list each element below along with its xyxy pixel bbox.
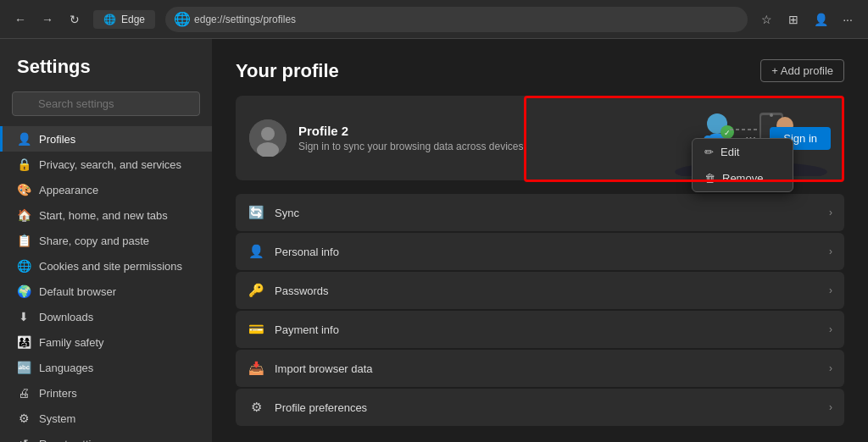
cookies-icon: 🌐 [17,259,31,273]
main-layout: Settings 🔍 👤 Profiles 🔒 Privacy, search,… [0,39,868,442]
languages-icon: 🔤 [17,361,31,374]
settings-row-profile-prefs[interactable]: ⚙ Profile preferences › [236,389,844,426]
add-profile-label: + Add profile [771,64,833,77]
sidebar: Settings 🔍 👤 Profiles 🔒 Privacy, search,… [0,39,212,442]
collections-button[interactable]: ⊞ [782,8,805,31]
sidebar-item-family-safety[interactable]: 👨‍👩‍👧 Family safety [0,329,212,355]
page-header: Your profile + Add profile [236,59,844,82]
trash-icon: 🗑 [704,172,715,185]
favorites-button[interactable]: ☆ [754,8,778,31]
sidebar-item-system[interactable]: ⚙ System [0,406,212,431]
search-input-wrapper: 🔍 [12,91,200,116]
context-menu: ✏ Edit 🗑 Remove [692,138,793,192]
address-text: edge://settings/profiles [194,14,296,25]
toolbar-icons: ☆ ⊞ 👤 ··· [754,8,860,31]
printers-icon: 🖨 [17,386,31,400]
settings-row-left: 👤 Personal info [248,243,339,260]
sidebar-item-label: Languages [39,362,93,374]
sidebar-item-share-copy[interactable]: 📋 Share, copy and paste [0,228,212,253]
profile-button[interactable]: 👤 [809,8,832,31]
active-tab[interactable]: 🌐 Edge [93,10,155,29]
settings-row-personal-info[interactable]: 👤 Personal info › [236,233,844,270]
avatar-svg [249,119,287,157]
profile-card-container: ✓ [236,96,844,180]
share-copy-icon: 📋 [17,234,31,247]
payment-icon: 💳 [248,321,264,338]
edge-favicon: 🌐 [103,14,116,25]
profile-subtitle: Sign in to sync your browsing data acros… [298,141,523,152]
profile-info: Profile 2 Sign in to sync your browsing … [249,119,523,157]
settings-row-left: 💳 Payment info [248,321,339,338]
downloads-icon: ⬇ [17,310,31,323]
reset-icon: ↺ [17,437,31,442]
profile-text: Profile 2 Sign in to sync your browsing … [298,124,523,152]
search-settings-input[interactable] [12,91,200,116]
sidebar-item-label: Downloads [39,311,93,323]
refresh-button[interactable]: ↻ [63,8,86,31]
context-menu-edit-label: Edit [721,146,739,158]
settings-row-import-data[interactable]: 📥 Import browser data › [236,350,844,387]
sidebar-item-privacy[interactable]: 🔒 Privacy, search, and services [0,152,212,177]
sidebar-item-default-browser[interactable]: 🌍 Default browser [0,279,212,304]
sidebar-item-label: Printers [39,387,77,400]
sidebar-title: Settings [0,56,212,91]
settings-list: 🔄 Sync › 👤 Personal info › 🔑 Passwords › [236,194,844,426]
sync-icon: 🔄 [248,204,264,221]
sidebar-item-cookies[interactable]: 🌐 Cookies and site permissions [0,253,212,279]
edit-icon: ✏ [704,146,714,158]
sidebar-item-downloads[interactable]: ⬇ Downloads [0,304,212,329]
sidebar-item-appearance[interactable]: 🎨 Appearance [0,177,212,202]
sidebar-item-start-home[interactable]: 🏠 Start, home, and new tabs [0,202,212,228]
settings-row-sync[interactable]: 🔄 Sync › [236,194,844,231]
edge-logo-icon: 🌐 [175,13,189,26]
svg-point-14 [261,127,275,141]
settings-row-label: Passwords [275,285,329,297]
settings-row-label: Import browser data [275,362,373,375]
default-browser-icon: 🌍 [17,285,31,298]
start-home-icon: 🏠 [17,208,31,222]
browser-chrome: ← → ↻ 🌐 Edge 🌐 edge://settings/profiles … [0,0,868,39]
sidebar-item-label: Default browser [39,285,116,298]
family-safety-icon: 👨‍👩‍👧 [17,335,31,349]
sidebar-item-profiles[interactable]: 👤 Profiles [0,126,212,152]
sidebar-item-label: Start, home, and new tabs [39,209,168,222]
sidebar-item-label: System [39,412,75,425]
chevron-right-icon: › [829,401,832,413]
system-icon: ⚙ [17,412,31,425]
personal-info-icon: 👤 [248,243,264,260]
sidebar-item-label: Privacy, search, and services [39,158,181,171]
sidebar-item-label: Reset settings [39,438,108,443]
profiles-icon: 👤 [17,132,31,146]
sidebar-item-reset[interactable]: ↺ Reset settings [0,431,212,442]
tab-label: Edge [121,14,145,25]
svg-point-9 [770,113,773,117]
sidebar-item-label: Appearance [39,184,98,196]
sidebar-item-languages[interactable]: 🔤 Languages [0,355,212,380]
profile-banner: ✓ [236,96,844,180]
tab-area: 🌐 Edge [93,10,155,29]
chevron-right-icon: › [829,246,832,257]
context-menu-remove[interactable]: 🗑 Remove [693,165,793,191]
settings-row-left: 🔑 Passwords [248,282,329,299]
sidebar-item-printers[interactable]: 🖨 Printers [0,380,212,406]
forward-button[interactable]: → [36,8,59,31]
chevron-right-icon: › [829,362,832,374]
sidebar-item-label: Share, copy and paste [39,235,149,247]
avatar [249,119,287,157]
add-profile-button[interactable]: + Add profile [760,59,844,82]
back-button[interactable]: ← [8,8,32,31]
nav-buttons: ← → ↻ [8,8,86,31]
settings-row-label: Profile preferences [275,401,367,414]
context-menu-edit[interactable]: ✏ Edit [693,139,793,165]
settings-row-payment-info[interactable]: 💳 Payment info › [236,311,844,348]
settings-more-button[interactable]: ··· [836,8,860,31]
profile-prefs-icon: ⚙ [248,399,264,416]
settings-row-passwords[interactable]: 🔑 Passwords › [236,272,844,309]
address-bar[interactable]: 🌐 edge://settings/profiles [165,7,748,32]
context-menu-remove-label: Remove [722,172,763,185]
settings-row-left: 📥 Import browser data [248,360,373,377]
page-title: Your profile [236,60,339,82]
profile-name: Profile 2 [298,124,523,138]
sidebar-item-label: Profiles [39,133,75,146]
chevron-right-icon: › [829,207,832,218]
